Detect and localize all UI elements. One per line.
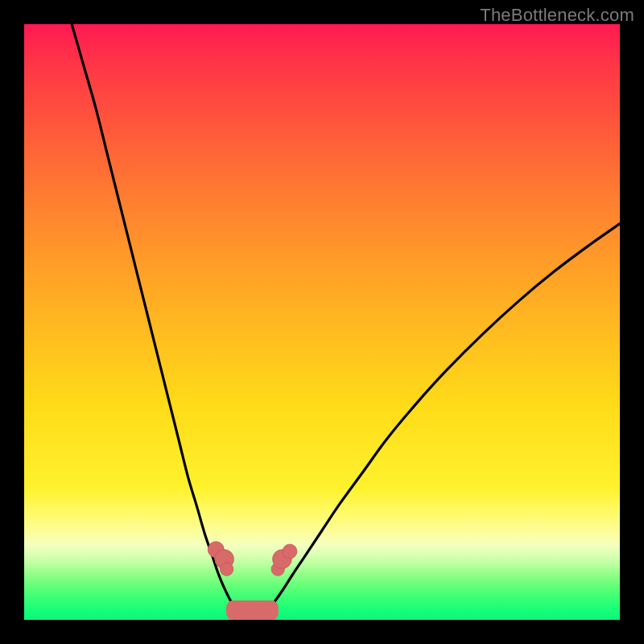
curve-right xyxy=(265,224,620,613)
chart-frame: TheBottleneck.com xyxy=(0,0,644,644)
curve-marker xyxy=(220,563,233,576)
markers-group xyxy=(208,542,297,576)
chart-overlay xyxy=(24,24,620,620)
curve-marker xyxy=(283,544,297,559)
valley-bar xyxy=(227,601,279,620)
curve-left xyxy=(72,24,239,613)
watermark-label: TheBottleneck.com xyxy=(480,5,634,26)
